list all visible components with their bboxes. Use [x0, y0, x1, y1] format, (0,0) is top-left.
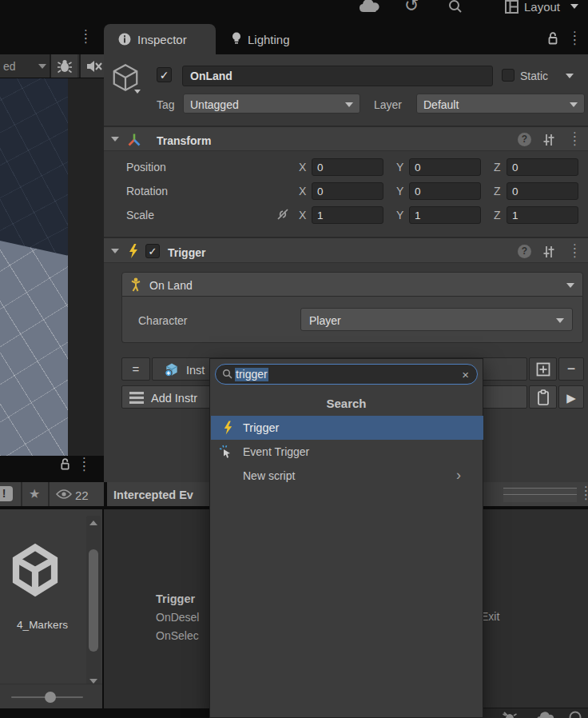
cloud-status-icon[interactable] [535, 711, 556, 718]
scale-label: Scale [126, 209, 154, 221]
position-label: Position [126, 162, 166, 173]
popup-item-event-trigger[interactable]: Event Trigger [211, 440, 483, 464]
gameobject-name-field[interactable]: OnLand [182, 66, 493, 86]
trigger-event-caret-icon [566, 283, 574, 288]
events-menu-icon[interactable]: ⋮⋮ [580, 489, 588, 497]
tab-lighting-label: Lighting [248, 34, 290, 46]
character-dropdown[interactable]: Player [300, 308, 573, 331]
presets-icon[interactable] [542, 133, 556, 147]
axis-y-label: Y [396, 162, 403, 173]
project-asset-item[interactable]: 4_Markers [0, 517, 85, 645]
thumbnail-slider[interactable] [0, 684, 102, 708]
axis-x-label: X [299, 185, 306, 197]
help-icon[interactable]: ? [518, 245, 531, 258]
search-query-selected-text[interactable]: trigger [235, 368, 268, 381]
tag-label: Tag [157, 99, 175, 110]
scale-z-field[interactable]: 1 [507, 206, 578, 224]
add-element-button[interactable] [529, 357, 557, 381]
gameobject-cube-icon[interactable] [110, 62, 141, 93]
trigger-title: Trigger [168, 247, 205, 258]
scene-viewport[interactable] [0, 78, 68, 456]
eye-icon[interactable] [56, 489, 72, 500]
scale-x-field[interactable]: 1 [312, 206, 383, 224]
transform-foldout-icon[interactable] [111, 137, 119, 142]
pane-menu-icon[interactable]: ⋮⋮ [80, 32, 92, 40]
layer-dropdown[interactable]: Default [416, 94, 585, 114]
rotation-label: Rotation [126, 185, 168, 197]
axis-z-label: Z [494, 209, 501, 221]
popup-item-trigger[interactable]: Trigger [211, 416, 483, 440]
active-checkbox[interactable]: ✓ [157, 67, 172, 82]
scroll-up-icon[interactable] [89, 521, 97, 525]
slider-thumb[interactable] [45, 692, 56, 703]
gameobject-icon-caret[interactable] [134, 90, 141, 94]
instantiate-row-label: Inst [186, 365, 205, 377]
scrollbar[interactable] [86, 516, 101, 688]
top-toolbar: ↺ Layout [0, 0, 588, 18]
position-z-field[interactable]: 0 [507, 158, 578, 176]
layout-dropdown[interactable]: Layout [524, 1, 560, 13]
scale-y-field[interactable]: 1 [409, 206, 481, 224]
presets-icon[interactable] [542, 245, 556, 259]
rotation-x-field[interactable]: 0 [312, 182, 383, 200]
unlock-icon[interactable] [59, 457, 71, 470]
character-event-icon [129, 277, 142, 292]
panel-menu-icon[interactable]: ⋮⋮ [78, 460, 90, 468]
search-icon[interactable] [447, 0, 463, 14]
rotation-y-field[interactable]: 0 [409, 182, 481, 200]
apply-button[interactable]: ▶ [558, 385, 584, 409]
tab-inspector[interactable]: Inspector [104, 24, 216, 54]
project-panel: 4_Markers [0, 509, 102, 708]
help-icon[interactable]: ? [518, 133, 531, 146]
transform-menu-icon[interactable]: ⋮⋮ [569, 134, 581, 142]
tab-lighting[interactable]: Lighting [222, 24, 310, 54]
rotation-z-field[interactable]: 0 [507, 182, 578, 200]
alert-badge-button[interactable]: ! [0, 486, 13, 501]
info-icon [118, 33, 131, 46]
trigger-header[interactable]: ✓ Trigger ? ⋮⋮ [104, 237, 588, 263]
audio-mute-button[interactable] [81, 54, 104, 78]
history-icon[interactable]: ↺ [404, 0, 419, 14]
status-circle-icon[interactable] [569, 711, 582, 718]
hamburger-icon [129, 391, 145, 405]
layout-caret-icon [570, 4, 578, 9]
component-search-field[interactable]: trigger × [215, 364, 478, 385]
cloud-collab-icon[interactable] [358, 0, 382, 14]
trigger-enabled-checkbox[interactable]: ✓ [145, 244, 160, 258]
asset-name-label: 4_Markers [0, 620, 85, 631]
trigger-foldout-icon[interactable] [111, 249, 119, 253]
add-component-popup: trigger × Search Trigger Event Trigger [209, 358, 483, 718]
trigger-menu-icon[interactable]: ⋮⋮ [569, 246, 581, 254]
bug-disabled-icon[interactable] [502, 710, 518, 718]
popup-item-label: New script [243, 470, 295, 481]
inspector-menu-icon[interactable]: ⋮⋮ [569, 34, 581, 42]
window-gap [68, 78, 104, 456]
lightning-bolt-icon [127, 244, 140, 258]
toolbar-separator [21, 482, 22, 506]
reorder-handle-button[interactable]: = [121, 357, 150, 381]
tag-dropdown[interactable]: Untagged [183, 94, 360, 114]
bug-icon [57, 58, 73, 74]
transform-header[interactable]: Transform ? ⋮⋮ [104, 126, 588, 151]
popup-item-new-script[interactable]: New script › [211, 464, 483, 488]
position-x-field[interactable]: 0 [312, 158, 383, 176]
static-checkbox[interactable] [502, 69, 514, 82]
events-title: Intercepted Ev [113, 489, 193, 501]
popup-item-label: Trigger [243, 422, 279, 434]
axis-z-label: Z [494, 162, 501, 173]
scrollbar-thumb[interactable] [89, 549, 98, 652]
collapsed-track[interactable] [503, 488, 577, 502]
remove-element-button[interactable]: − [558, 357, 584, 381]
static-caret-icon[interactable] [566, 74, 574, 78]
add-instantiate-label: Add Instr [151, 393, 197, 405]
favorite-star-button[interactable]: ★ [29, 488, 40, 501]
debug-button[interactable] [51, 54, 77, 78]
unlock-icon[interactable] [546, 31, 559, 45]
paste-button[interactable] [529, 385, 557, 409]
clear-search-icon[interactable]: × [462, 369, 469, 381]
position-y-field[interactable]: 0 [409, 158, 481, 176]
constrain-proportions-icon[interactable] [275, 206, 291, 222]
trigger-event-dropdown[interactable]: On Land [121, 272, 583, 297]
shading-mode-dropdown[interactable]: ed [3, 61, 16, 72]
submenu-chevron-icon: › [456, 468, 461, 482]
